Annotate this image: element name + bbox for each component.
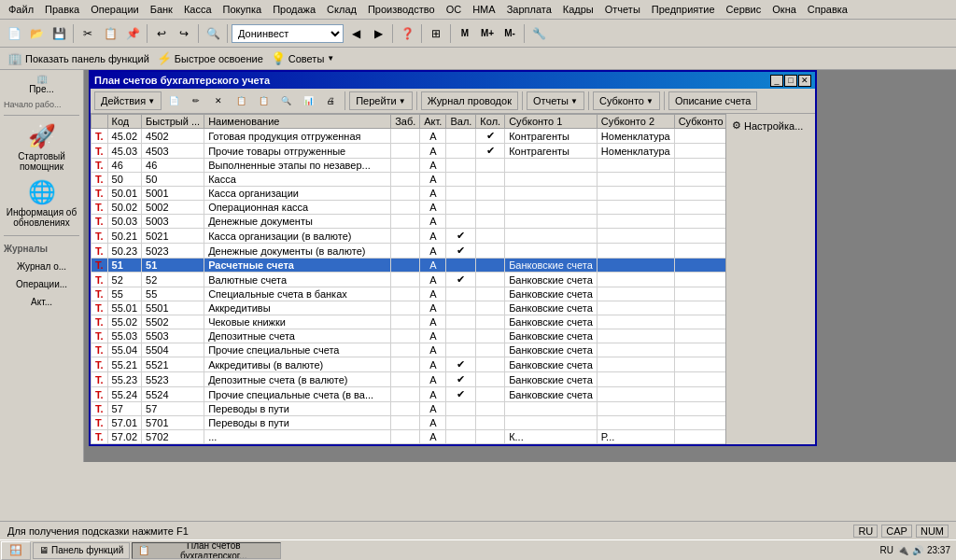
sidebar-company[interactable]: 🏢 Пре... bbox=[0, 70, 83, 98]
mdi-close-btn[interactable]: ✕ bbox=[798, 75, 811, 87]
journal-postings-btn[interactable]: Журнал проводок bbox=[421, 91, 518, 110]
combo-btn2[interactable]: ▶ bbox=[368, 23, 388, 44]
menu-operations[interactable]: Операции bbox=[86, 2, 143, 17]
th-akt[interactable]: Акт. bbox=[420, 115, 446, 129]
table-row[interactable]: Т.50.015001Касса организацииА bbox=[91, 187, 726, 201]
taskbar-accounts-btn[interactable]: 📋 План счетов бухгалтерског... bbox=[132, 542, 281, 559]
wintb-btn5[interactable]: 📋 bbox=[253, 91, 274, 111]
goto-button[interactable]: Перейти ▼ bbox=[349, 91, 413, 110]
table-row[interactable]: Т.57.025702...АК...Р... bbox=[91, 430, 726, 444]
wintb-btn2[interactable]: ✏ bbox=[186, 91, 206, 111]
th-sub2[interactable]: Субконто 2 bbox=[597, 115, 674, 129]
menu-enterprise[interactable]: Предприятие bbox=[647, 2, 720, 17]
save-button[interactable]: 💾 bbox=[49, 23, 69, 44]
wintb-btn7[interactable]: 📊 bbox=[298, 91, 318, 111]
table-btn[interactable]: ⊞ bbox=[426, 23, 446, 44]
table-row[interactable]: Т.45.034503Прочие товары отгруженныеА✔Ко… bbox=[91, 144, 726, 159]
menu-reports[interactable]: Отчеты bbox=[600, 2, 645, 17]
table-row[interactable]: Т.55.235523Депозитные счета (в валюте)А✔… bbox=[91, 372, 726, 387]
table-row[interactable]: Т.50.035003Денежные документыА bbox=[91, 215, 726, 229]
table-row[interactable]: Т.45.024502Готовая продукция отгруженная… bbox=[91, 129, 726, 144]
redo-button[interactable]: ↪ bbox=[174, 23, 194, 44]
menu-edit[interactable]: Правка bbox=[40, 2, 84, 17]
menu-sales[interactable]: Продажа bbox=[268, 2, 320, 17]
table-row[interactable]: Т.50.025002Операционная кассаА bbox=[91, 201, 726, 215]
actions-button[interactable]: Действия ▼ bbox=[94, 91, 162, 110]
tips-button[interactable]: 💡 Советы ▼ bbox=[271, 51, 334, 65]
taskbar-panel-btn[interactable]: 🖥 Панель функций bbox=[33, 542, 130, 559]
menu-hr[interactable]: Кадры bbox=[558, 2, 598, 17]
menu-warehouse[interactable]: Склад bbox=[322, 2, 361, 17]
menu-bank[interactable]: Банк bbox=[146, 2, 177, 17]
sidebar-journal2[interactable]: Операции... bbox=[0, 275, 83, 293]
sidebar-starter[interactable]: 🚀 Стартовый помощник bbox=[0, 119, 83, 175]
menu-windows[interactable]: Окна bbox=[767, 2, 801, 17]
company-combo[interactable]: Донинвест bbox=[232, 24, 344, 43]
mdi-minimize-btn[interactable]: _ bbox=[770, 75, 783, 87]
mplus-button[interactable]: M+ bbox=[477, 23, 498, 44]
menu-service[interactable]: Сервис bbox=[722, 2, 766, 17]
help-button[interactable]: ❓ bbox=[397, 23, 417, 44]
m-button[interactable]: M bbox=[455, 23, 475, 44]
mminus-button[interactable]: M- bbox=[499, 23, 520, 44]
new-button[interactable]: 📄 bbox=[4, 23, 24, 44]
th-zab[interactable]: Заб. bbox=[391, 115, 420, 129]
th-sub1[interactable]: Субконто 1 bbox=[505, 115, 598, 129]
menu-salary[interactable]: Зарплата bbox=[502, 2, 556, 17]
mdi-maximize-btn[interactable]: □ bbox=[784, 75, 797, 87]
copy-button[interactable]: 📋 bbox=[100, 23, 120, 44]
wintb-btn4[interactable]: 📋 bbox=[231, 91, 251, 111]
table-row[interactable]: Т.50.215021Касса организации (в валюте)А… bbox=[91, 229, 726, 244]
sidebar-updates[interactable]: 🌐 Информация об обновлениях bbox=[0, 175, 83, 231]
table-row[interactable]: Т.50.235023Денежные документы (в валюте)… bbox=[91, 244, 726, 259]
table-row[interactable]: Т.55.025502Чековые книжкиАБанковские сче… bbox=[91, 315, 726, 329]
show-panel-button[interactable]: 🏢 Показать панель функций bbox=[7, 51, 149, 65]
wintb-btn6[interactable]: 🔍 bbox=[275, 91, 296, 111]
combo-btn1[interactable]: ◀ bbox=[345, 23, 366, 44]
open-button[interactable]: 📂 bbox=[26, 23, 47, 44]
table-row[interactable]: Т.57.015701Переводы в путиА bbox=[91, 416, 726, 430]
menu-kassa[interactable]: Касса bbox=[179, 2, 217, 17]
table-row[interactable]: Т.5151Расчетные счетаАБанковские счета bbox=[91, 259, 726, 273]
account-desc-btn[interactable]: Описание счета bbox=[668, 91, 758, 110]
table-row[interactable]: Т.55.045504Прочие специальные счетаАБанк… bbox=[91, 343, 726, 357]
th-fast[interactable]: Быстрый ... bbox=[142, 115, 204, 129]
tray-lang[interactable]: RU bbox=[880, 545, 893, 555]
th-kol[interactable]: Кол. bbox=[476, 115, 505, 129]
tray-volume[interactable]: 🔊 bbox=[912, 545, 923, 555]
wintb-btn3[interactable]: ✕ bbox=[208, 91, 229, 111]
menu-purchase[interactable]: Покупка bbox=[218, 2, 267, 17]
paste-button[interactable]: 📌 bbox=[122, 23, 143, 44]
sidebar-journal1[interactable]: Журнал о... bbox=[0, 258, 83, 275]
th-name[interactable]: Наименование bbox=[204, 115, 391, 129]
table-row[interactable]: Т.55.015501АккредитивыАБанковские счета bbox=[91, 301, 726, 315]
settings-link[interactable]: ⚙ Настройка... bbox=[728, 116, 808, 135]
cut-button[interactable]: ✂ bbox=[77, 23, 98, 44]
table-container[interactable]: Код Быстрый ... Наименование Заб. Акт. В… bbox=[91, 114, 725, 444]
menu-os[interactable]: ОС bbox=[442, 2, 467, 17]
start-button[interactable]: 🪟 bbox=[1, 541, 31, 560]
subkonto-btn[interactable]: Субконто ▼ bbox=[593, 91, 660, 110]
table-row[interactable]: Т.5050КассаА bbox=[91, 173, 726, 187]
menu-file[interactable]: Файл bbox=[4, 2, 38, 17]
quick-learn-button[interactable]: ⚡ Быстрое освоение bbox=[157, 51, 263, 65]
table-row[interactable]: Т.4646Выполненные этапы по незавер...А bbox=[91, 159, 726, 173]
sidebar-journal3[interactable]: Акт... bbox=[0, 293, 83, 311]
search-button[interactable]: 🔍 bbox=[203, 23, 223, 44]
menu-help[interactable]: Справка bbox=[803, 2, 852, 17]
table-row[interactable]: Т.55.035503Депозитные счетаАБанковские с… bbox=[91, 329, 726, 343]
table-row[interactable]: Т.55.215521Аккредитивы (в валюте)А✔Банко… bbox=[91, 357, 726, 372]
menu-production[interactable]: Производство bbox=[363, 2, 440, 17]
th-sub3[interactable]: Субконто 3 bbox=[674, 115, 725, 129]
table-row[interactable]: Т.5757Переводы в путиА bbox=[91, 402, 726, 416]
th-val[interactable]: Вал. bbox=[446, 115, 476, 129]
menu-nma[interactable]: НМА bbox=[468, 2, 499, 17]
wintb-btn1[interactable]: 📄 bbox=[163, 91, 184, 111]
undo-button[interactable]: ↩ bbox=[151, 23, 172, 44]
table-row[interactable]: Т.5252Валютные счетаА✔Банковские счета bbox=[91, 273, 726, 287]
wintb-btn8[interactable]: 🖨 bbox=[320, 91, 341, 111]
table-row[interactable]: Т.55.245524Прочие специальные счета (в в… bbox=[91, 387, 726, 402]
th-code[interactable]: Код bbox=[107, 115, 142, 129]
table-row[interactable]: Т.5555Специальные счета в банкахАБанковс… bbox=[91, 287, 726, 301]
settings-button[interactable]: 🔧 bbox=[528, 23, 549, 44]
